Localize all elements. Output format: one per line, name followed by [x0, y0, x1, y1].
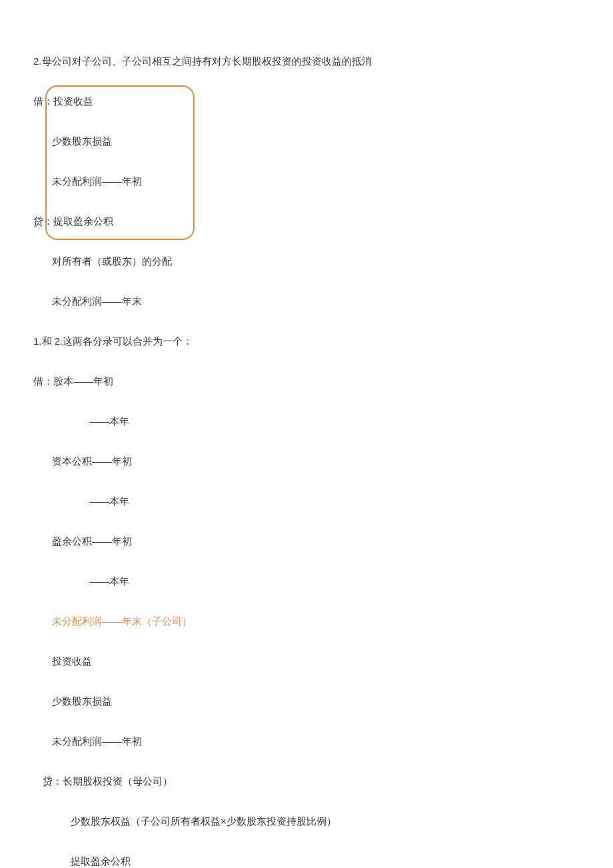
combined-debit-3: 资本公积——年初 [33, 453, 580, 469]
entry-line-credit-3: 未分配利润——年末 [33, 293, 580, 309]
combined-debit-10: 未分配利润——年初 [33, 733, 580, 749]
entry-line-credit-2: 对所有者（或股东）的分配 [33, 253, 580, 269]
combined-debit-9: 少数股东损益 [33, 693, 580, 709]
section-intro: 1.和 2.这两各分录可以合并为一个： [33, 333, 580, 349]
credit-text: 提取盈余公积 [53, 215, 113, 227]
document-title: 2.母公司对子公司、子公司相互之间持有对方长期股权投资的投资收益的抵消 [33, 53, 580, 69]
combined-debit-1: 借：股本——年初 [33, 373, 580, 389]
boxed-section: 借：投资收益 少数股东损益 未分配利润——年初 贷：提取盈余公积 对所有者（或股… [33, 93, 580, 269]
entry-line-debit-2: 少数股东损益 [33, 133, 580, 149]
combined-debit-5: 盈余公积——年初 [33, 533, 580, 549]
combined-credit-3: 提取盈余公积 [33, 853, 580, 868]
combined-debit-6: ——本年 [33, 573, 580, 589]
combined-credit-2: 少数股东权益（子公司所有者权益×少数股东投资持股比例） [33, 813, 580, 829]
combined-credit-1: 贷：长期股权投资（母公司） [33, 773, 580, 789]
combined-debit-4: ——本年 [33, 493, 580, 509]
entry-line-debit-3: 未分配利润——年初 [33, 173, 580, 189]
combined-debit-7-highlighted: 未分配利润——年末（子公司） [33, 613, 580, 629]
combined-debit-2: ——本年 [33, 413, 580, 429]
entry-line-credit-1: 贷：提取盈余公积 [33, 213, 580, 229]
credit-label: 贷： [33, 215, 53, 227]
entry-line-debit-1: 借：投资收益 [33, 93, 580, 109]
combined-debit-8: 投资收益 [33, 653, 580, 669]
